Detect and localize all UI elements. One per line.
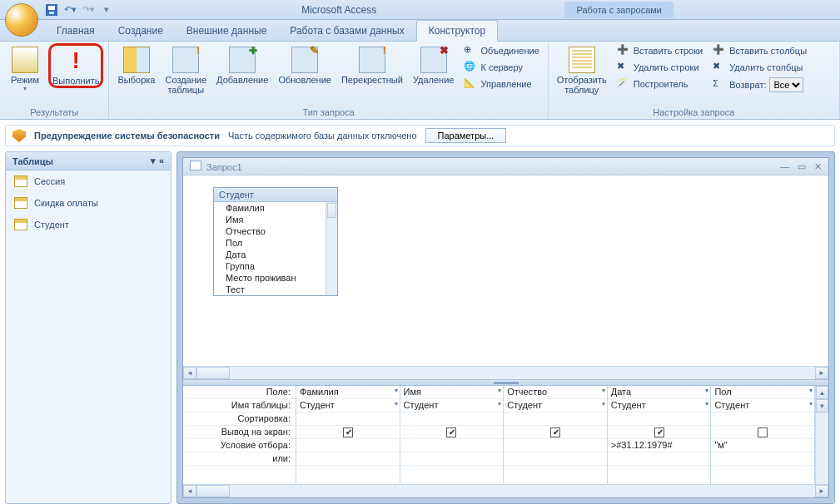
- table-box-header[interactable]: Студент: [214, 188, 337, 202]
- qbe-table-cell[interactable]: Студент: [608, 399, 711, 413]
- qbe-show-cell[interactable]: [504, 426, 607, 439]
- scroll-thumb[interactable]: [196, 485, 230, 497]
- run-button[interactable]: ! Выполнить: [48, 43, 103, 88]
- minimize-icon[interactable]: —: [780, 161, 789, 172]
- qbe-field-cell[interactable]: Дата: [608, 386, 711, 399]
- splitter[interactable]: [183, 379, 828, 386]
- table-scrollbar[interactable]: [326, 202, 337, 295]
- qat-dropdown-icon[interactable]: ▾: [100, 3, 113, 17]
- qbe-show-cell[interactable]: [608, 426, 711, 439]
- nav-header[interactable]: Таблицы ▾«: [6, 152, 171, 170]
- save-icon[interactable]: [45, 3, 58, 17]
- qbe-or-cell[interactable]: [504, 452, 607, 466]
- scroll-left-icon[interactable]: ◄: [183, 367, 196, 379]
- qbe-table-cell[interactable]: Студент: [711, 399, 814, 413]
- qbe-or-cell[interactable]: [711, 452, 814, 466]
- qbe-or-cell[interactable]: [400, 452, 504, 466]
- field-item[interactable]: Имя: [214, 214, 337, 225]
- qbe-sort-cell[interactable]: [711, 413, 814, 426]
- nav-item[interactable]: Студент: [6, 214, 171, 235]
- tab-external[interactable]: Внешние данные: [175, 21, 279, 41]
- nav-item[interactable]: Скидка оплаты: [6, 192, 171, 214]
- checkbox-icon[interactable]: [654, 427, 664, 437]
- qbe-table-cell[interactable]: Студент: [296, 399, 400, 413]
- delete-query-button[interactable]: Удаление: [410, 43, 458, 86]
- qbe-sort-cell[interactable]: [296, 413, 400, 426]
- select-query-button[interactable]: Выборка: [114, 43, 158, 86]
- qbe-criteria-cell[interactable]: >#31.12.1979#: [608, 439, 711, 452]
- scroll-thumb[interactable]: [196, 367, 230, 379]
- qbe-field-cell[interactable]: Имя: [400, 386, 504, 399]
- scroll-right-icon[interactable]: ►: [815, 367, 828, 379]
- scroll-right-icon[interactable]: ►: [815, 485, 828, 497]
- showtable-button[interactable]: Отобразить таблицу: [554, 43, 610, 96]
- scroll-up-icon[interactable]: [327, 203, 336, 218]
- redo-icon[interactable]: ↷▾: [82, 3, 95, 17]
- qbe-hscroll[interactable]: ◄ ►: [183, 484, 828, 497]
- append-button[interactable]: Добавление: [213, 43, 271, 86]
- crosstab-button[interactable]: Перекрестный: [338, 43, 406, 86]
- diagram-pane[interactable]: Студент Фамилия Имя Отчество Пол Дата Гр…: [183, 175, 828, 366]
- scroll-up-icon[interactable]: ▲: [816, 386, 828, 399]
- qbe-criteria-cell[interactable]: [400, 439, 504, 452]
- tab-create[interactable]: Создание: [107, 21, 175, 41]
- qbe-table-cell[interactable]: Студент: [504, 399, 607, 413]
- union-button[interactable]: ⊕Объединение: [460, 43, 542, 58]
- insert-cols-button[interactable]: ➕Вставить столбцы: [709, 43, 810, 58]
- qbe-field-cell[interactable]: Пол: [711, 386, 814, 399]
- security-msg: Часть содержимого базы данных отключено: [228, 131, 417, 141]
- qbe-criteria-cell[interactable]: [504, 439, 607, 452]
- qbe-field-cell[interactable]: Фамилия: [296, 386, 400, 399]
- maketable-button[interactable]: Создание таблицы: [162, 43, 210, 96]
- qbe-sort-cell[interactable]: [608, 413, 711, 426]
- qbe-vscroll[interactable]: ▲ ▼: [815, 386, 828, 484]
- qbe-or-cell[interactable]: [296, 452, 400, 466]
- qbe-show-cell[interactable]: [296, 426, 400, 439]
- qbe-or-cell[interactable]: [608, 452, 711, 466]
- field-item[interactable]: Дата: [214, 249, 337, 260]
- diagram-hscroll[interactable]: ◄ ►: [183, 366, 828, 379]
- update-button[interactable]: Обновление: [275, 43, 335, 86]
- undo-icon[interactable]: ↶▾: [63, 3, 77, 17]
- security-options-button[interactable]: Параметры...: [425, 128, 507, 143]
- collapse-icon[interactable]: «: [159, 156, 164, 166]
- passthrough-button[interactable]: 🌐К серверу: [460, 60, 542, 75]
- view-button[interactable]: Режим ▾: [5, 43, 45, 94]
- field-item[interactable]: Группа: [214, 260, 337, 272]
- chevron-down-icon[interactable]: ▾: [151, 156, 156, 166]
- field-item[interactable]: Фамилия: [214, 202, 337, 214]
- checkbox-icon[interactable]: [343, 427, 353, 437]
- return-select[interactable]: Все: [769, 77, 803, 92]
- qbe-criteria-cell[interactable]: [296, 439, 400, 452]
- tab-dbtools[interactable]: Работа с базами данных: [278, 21, 415, 41]
- nav-item[interactable]: Сессия: [6, 170, 171, 192]
- tab-design[interactable]: Конструктор: [416, 20, 498, 42]
- checkbox-icon[interactable]: [758, 427, 768, 437]
- office-button[interactable]: [5, 3, 38, 37]
- qbe-show-cell[interactable]: [400, 426, 504, 439]
- datadef-button[interactable]: 📐Управление: [460, 77, 542, 91]
- qbe-table-cell[interactable]: Студент: [400, 399, 504, 413]
- delete-cols-button[interactable]: ✖Удалить столбцы: [709, 60, 810, 75]
- insert-rows-button[interactable]: ➕Вставить строки: [614, 43, 706, 58]
- scroll-left-icon[interactable]: ◄: [183, 485, 196, 497]
- builder-button[interactable]: 🪄Построитель: [614, 77, 706, 91]
- field-item[interactable]: Место проживан: [214, 272, 337, 284]
- query-window-titlebar[interactable]: Запрос1 — ▭ ✕: [183, 158, 828, 175]
- field-item[interactable]: Отчество: [214, 225, 337, 237]
- qbe-sort-cell[interactable]: [504, 413, 607, 426]
- field-item[interactable]: Тест: [214, 284, 337, 295]
- tab-home[interactable]: Главная: [45, 21, 107, 41]
- qbe-criteria-cell[interactable]: "м": [711, 439, 814, 452]
- close-icon[interactable]: ✕: [814, 161, 822, 172]
- scroll-down-icon[interactable]: ▼: [816, 399, 828, 413]
- checkbox-icon[interactable]: [550, 427, 560, 437]
- delete-rows-button[interactable]: ✖Удалить строки: [614, 60, 706, 75]
- field-item[interactable]: Пол: [214, 237, 337, 249]
- maximize-icon[interactable]: ▭: [798, 161, 806, 172]
- qbe-show-cell[interactable]: [711, 426, 814, 439]
- checkbox-icon[interactable]: [446, 427, 456, 437]
- qbe-field-cell[interactable]: Отчество: [504, 386, 607, 399]
- qbe-sort-cell[interactable]: [400, 413, 504, 426]
- table-box[interactable]: Студент Фамилия Имя Отчество Пол Дата Гр…: [213, 187, 338, 296]
